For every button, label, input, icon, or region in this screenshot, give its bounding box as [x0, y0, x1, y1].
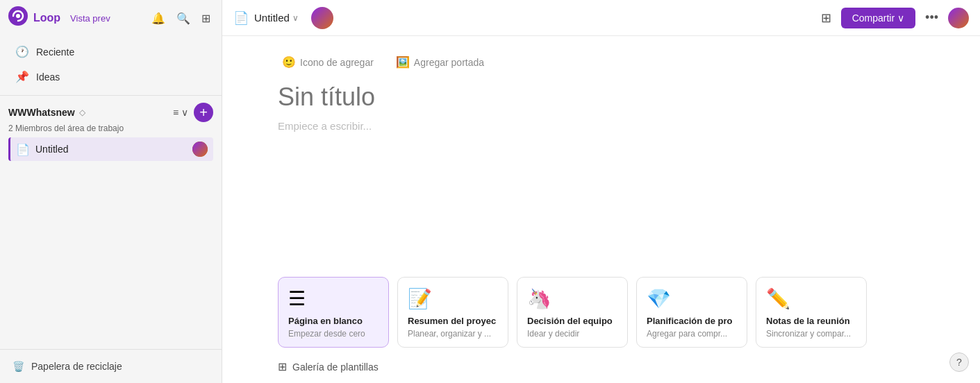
sidebar-item-ideas[interactable]: 📌 Ideas — [4, 65, 217, 89]
trash-icon: 🗑️ — [13, 361, 24, 372]
workspace-members-text: 2 Miembros del área de trabajo — [8, 124, 213, 133]
template-desc-blank: Empezar desde cero — [288, 329, 379, 339]
page-name-untitled: Untitled — [35, 144, 187, 155]
workspace-title-row: WWWhatsnew ◇ — [8, 107, 85, 118]
workspace-menu-button[interactable]: ≡ ∨ — [170, 105, 191, 119]
template-card-resumen[interactable]: 📝 Resumen del proyec Planear, organizar … — [397, 277, 508, 348]
template-icon-resumen: 📝 — [408, 287, 498, 310]
loop-logo-icon — [8, 6, 28, 30]
sidebar-header: Loop Vista prev 🔔 🔍 ⊞ — [0, 0, 222, 36]
template-name-resumen: Resumen del proyec — [408, 316, 498, 326]
gallery-row[interactable]: ⊞ Galería de plantillas — [222, 353, 980, 383]
topbar-chevron-icon: ∨ — [292, 13, 299, 23]
layout-icon[interactable]: ⊞ — [199, 9, 213, 28]
add-cover-label: Agregar portada — [414, 57, 484, 68]
page-title-input[interactable] — [278, 83, 924, 112]
ideas-icon: 📌 — [15, 70, 29, 83]
user-avatar-button[interactable] — [948, 8, 969, 28]
template-desc-decision: Idear y decidir — [527, 329, 617, 339]
sidebar: Loop Vista prev 🔔 🔍 ⊞ 🕐 Reciente 📌 Ideas… — [0, 0, 222, 383]
compartir-chevron-icon: ∨ — [897, 12, 904, 24]
more-options-button[interactable]: ••• — [921, 8, 942, 28]
workspace-name: WWWhatsnew — [8, 107, 75, 118]
notifications-icon[interactable]: 🔔 — [149, 9, 168, 28]
template-name-decision: Decisión del equipo — [527, 316, 617, 326]
workspace-add-button[interactable]: + — [194, 103, 213, 122]
templates-row: ☰ Página en blanco Empezar desde cero 📝 … — [278, 277, 924, 353]
add-cover-button[interactable]: 🖼️ Agregar portada — [392, 53, 488, 71]
workspace-diamond-icon: ◇ — [79, 108, 85, 117]
template-name-notas: Notas de la reunión — [766, 316, 856, 326]
collaborator-avatar — [311, 7, 333, 29]
editor-body-placeholder[interactable]: Empiece a escribir... — [278, 120, 924, 132]
add-icon-button[interactable]: 🙂 Icono de agregar — [278, 53, 378, 71]
template-desc-notas: Sincronizar y compar... — [766, 329, 856, 339]
template-icon-planificacion: 💎 — [647, 287, 737, 310]
topbar-right: ⊞ Compartir ∨ ••• — [817, 8, 969, 28]
topbar: 📄 Untitled ∨ ⊞ Compartir ∨ ••• — [222, 0, 980, 36]
template-card-decision[interactable]: 🦄 Decisión del equipo Idear y decidir — [517, 277, 628, 348]
gallery-label: Galería de plantillas — [292, 361, 379, 373]
topbar-title-text: Untitled — [254, 12, 290, 24]
emoji-icon: 🙂 — [282, 56, 296, 69]
workspace-actions: ≡ ∨ + — [170, 103, 213, 122]
template-name-blank: Página en blanco — [288, 316, 379, 326]
workspace-section: WWWhatsnew ◇ ≡ ∨ + 2 Miembros del área d… — [0, 95, 222, 167]
compartir-button[interactable]: Compartir ∨ — [841, 8, 915, 28]
search-icon[interactable]: 🔍 — [174, 9, 193, 28]
gallery-icon: ⊞ — [278, 360, 287, 373]
sidebar-item-reciente-label: Reciente — [36, 46, 74, 58]
template-icon-decision: 🦄 — [527, 287, 617, 310]
template-name-planificacion: Planificación de pro — [647, 316, 737, 326]
template-icon-notas: ✏️ — [766, 287, 856, 310]
template-card-blank[interactable]: ☰ Página en blanco Empezar desde cero — [278, 277, 389, 348]
workspace-pages: 📄 Untitled — [8, 137, 213, 161]
add-icon-label: Icono de agregar — [300, 57, 374, 68]
editor-area: 🙂 Icono de agregar 🖼️ Agregar portada Em… — [222, 36, 980, 266]
sidebar-item-ideas-label: Ideas — [36, 71, 60, 83]
vista-prev-button[interactable]: Vista prev — [66, 12, 115, 25]
sidebar-icon-group: 🔔 🔍 ⊞ — [149, 9, 213, 28]
page-doc-icon: 📄 — [16, 143, 30, 156]
topbar-layout-button[interactable]: ⊞ — [817, 8, 836, 28]
app-name: Loop — [33, 12, 60, 24]
template-desc-resumen: Planear, organizar y ... — [408, 329, 498, 339]
help-button[interactable]: ? — [949, 352, 969, 372]
workspace-header: WWWhatsnew ◇ ≡ ∨ + — [8, 103, 213, 122]
image-icon: 🖼️ — [396, 56, 410, 69]
sidebar-item-reciente[interactable]: 🕐 Reciente — [4, 40, 217, 64]
recent-icon: 🕐 — [15, 45, 29, 58]
template-icon-blank: ☰ — [288, 287, 379, 310]
template-desc-planificacion: Agregar para compr... — [647, 329, 737, 339]
help-label: ? — [956, 357, 962, 368]
sidebar-footer: 🗑️ Papelera de reciclaje — [0, 349, 222, 383]
compartir-label: Compartir — [852, 12, 895, 24]
templates-bar: ☰ Página en blanco Empezar desde cero 📝 … — [222, 266, 980, 353]
page-editor-avatar — [192, 142, 208, 157]
editor-actions: 🙂 Icono de agregar 🖼️ Agregar portada — [278, 53, 924, 71]
workspace-page-untitled[interactable]: 📄 Untitled — [8, 137, 213, 161]
trash-button[interactable]: 🗑️ Papelera de reciclaje — [8, 355, 213, 377]
template-card-planificacion[interactable]: 💎 Planificación de pro Agregar para comp… — [636, 277, 747, 348]
topbar-page-icon: 📄 — [233, 10, 249, 26]
svg-point-1 — [16, 14, 20, 18]
sidebar-nav: 🕐 Reciente 📌 Ideas — [0, 36, 222, 92]
main-content: 📄 Untitled ∨ ⊞ Compartir ∨ ••• 🙂 Icono d… — [222, 0, 980, 383]
topbar-title: Untitled ∨ — [254, 12, 299, 24]
trash-label: Papelera de reciclaje — [31, 361, 122, 372]
template-card-notas[interactable]: ✏️ Notas de la reunión Sincronizar y com… — [756, 277, 867, 348]
